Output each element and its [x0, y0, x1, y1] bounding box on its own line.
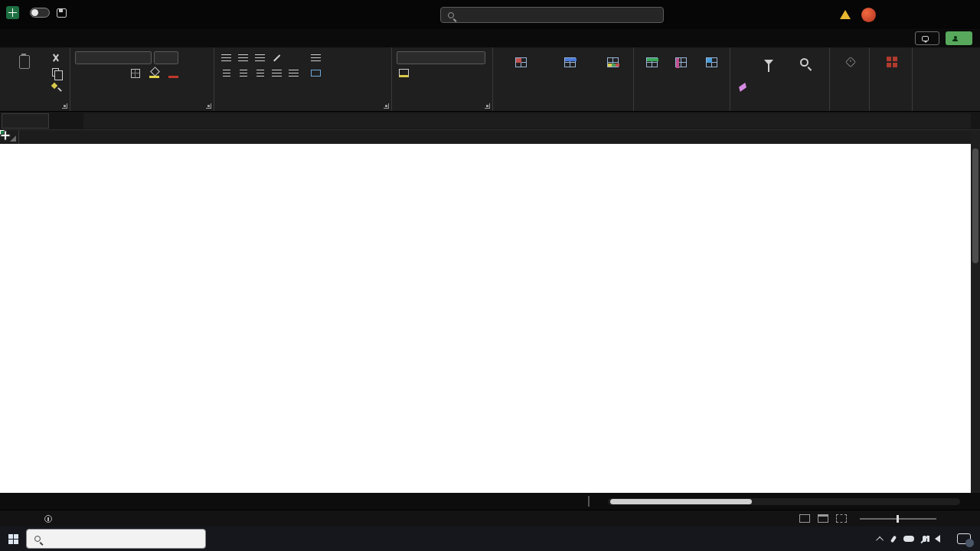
paste-button[interactable] [5, 51, 44, 99]
copy-button[interactable] [48, 66, 63, 79]
normal-view-button[interactable] [799, 514, 810, 523]
system-tray [878, 533, 980, 544]
maximize-button[interactable] [919, 0, 949, 29]
align-right-button[interactable] [253, 67, 267, 80]
select-all-corner[interactable] [0, 130, 19, 144]
addins-icon [887, 57, 897, 67]
horizontal-scrollbar-thumb[interactable] [610, 499, 752, 504]
close-button[interactable] [949, 0, 980, 29]
page-break-view-button[interactable] [836, 514, 847, 523]
fill-color-icon [149, 68, 159, 78]
comments-button[interactable] [915, 31, 939, 45]
formula-input[interactable] [83, 113, 971, 129]
format-as-table-icon [564, 57, 576, 67]
microphone-muted-icon[interactable] [923, 536, 926, 542]
decrease-font-button[interactable] [197, 51, 211, 64]
status-bar [0, 510, 980, 527]
autosave-toggle[interactable] [26, 8, 50, 18]
comment-icon [922, 36, 929, 41]
format-painter-button[interactable] [48, 80, 63, 93]
increase-font-button[interactable] [181, 51, 194, 64]
increase-decimal-button[interactable] [447, 67, 462, 80]
sensitivity-icon [844, 57, 855, 67]
paste-icon [19, 55, 30, 69]
taskbar-search-input[interactable] [26, 529, 206, 549]
increase-indent-button[interactable] [286, 67, 301, 80]
align-top-button[interactable] [219, 51, 234, 64]
align-center-button[interactable] [236, 67, 250, 80]
percent-format-button[interactable] [413, 67, 428, 80]
orientation-button[interactable] [270, 51, 284, 64]
cut-button[interactable] [48, 51, 63, 64]
format-cells-button[interactable] [697, 51, 727, 99]
align-center-icon [240, 70, 247, 77]
vertical-scrollbar[interactable] [971, 130, 980, 493]
clipboard-dialog-launcher-icon[interactable] [62, 103, 67, 109]
sort-filter-button[interactable] [753, 51, 784, 99]
find-select-button[interactable] [788, 51, 820, 99]
fill-color-button[interactable] [147, 67, 162, 80]
underline-button[interactable] [109, 67, 123, 80]
delete-cells-button[interactable] [668, 51, 694, 99]
borders-button[interactable] [128, 67, 142, 80]
window-controls [840, 0, 980, 29]
decrease-indent-button[interactable] [270, 67, 284, 80]
spreadsheet [0, 130, 980, 493]
minimize-button[interactable] [888, 0, 919, 29]
hidden-icons-chevron-icon[interactable] [876, 536, 884, 543]
align-middle-button[interactable] [236, 51, 250, 64]
font-name-combo[interactable] [75, 51, 152, 64]
save-icon[interactable] [57, 8, 67, 18]
cloud-tray-icon[interactable] [903, 536, 914, 542]
pin-tray-icon[interactable] [890, 535, 897, 543]
bold-button[interactable] [75, 67, 90, 80]
start-button[interactable] [0, 527, 26, 551]
conditional-formatting-button[interactable] [498, 51, 544, 99]
align-left-button[interactable] [219, 67, 234, 80]
alignment-dialog-launcher-icon[interactable] [384, 103, 389, 109]
notification-center-icon[interactable] [957, 533, 971, 544]
person-icon [952, 36, 958, 41]
fill-button[interactable] [735, 66, 750, 79]
decrease-decimal-button[interactable] [464, 67, 479, 80]
ribbon-group-sensitivity [830, 47, 870, 111]
share-button[interactable] [946, 31, 972, 45]
speaker-icon[interactable] [935, 535, 940, 543]
zoom-slider-thumb[interactable] [897, 515, 899, 523]
warning-icon[interactable] [840, 10, 851, 19]
search-input[interactable] [440, 7, 664, 23]
number-dialog-launcher-icon[interactable] [485, 103, 490, 109]
sort-filter-icon [764, 60, 773, 65]
number-format-combo[interactable] [397, 51, 485, 64]
delete-cells-icon [675, 57, 687, 67]
align-right-icon [256, 70, 264, 77]
align-bottom-button[interactable] [253, 51, 267, 64]
autosum-button[interactable] [735, 51, 750, 64]
zoom-slider[interactable] [860, 518, 936, 520]
font-size-combo[interactable] [154, 51, 178, 64]
accessibility-checker[interactable] [44, 515, 56, 523]
clear-button[interactable] [735, 80, 750, 93]
cell-styles-button[interactable] [596, 51, 630, 99]
account-avatar[interactable] [861, 8, 876, 22]
vertical-scrollbar-thumb[interactable] [972, 148, 978, 263]
horizontal-scrollbar[interactable] [597, 497, 971, 506]
wrap-text-button[interactable] [311, 51, 328, 64]
thousands-format-button[interactable] [430, 67, 445, 80]
merge-center-button[interactable] [311, 67, 328, 80]
copy-icon [52, 68, 59, 77]
font-dialog-launcher-icon[interactable] [206, 103, 211, 109]
page-layout-view-button[interactable] [818, 514, 828, 523]
cell-styles-icon [607, 57, 619, 67]
format-as-table-button[interactable] [548, 51, 592, 99]
autosave-switch-icon[interactable] [30, 8, 50, 18]
insert-cells-button[interactable] [639, 51, 665, 99]
currency-format-button[interactable] [397, 67, 411, 80]
font-color-button[interactable] [166, 67, 181, 80]
addins-button[interactable] [874, 51, 909, 99]
name-box[interactable] [2, 113, 49, 129]
italic-button[interactable] [92, 67, 106, 80]
tab-area-resize-handle[interactable] [588, 496, 590, 507]
quick-access-toolbar [6, 6, 89, 19]
windows-logo-icon [8, 534, 18, 544]
